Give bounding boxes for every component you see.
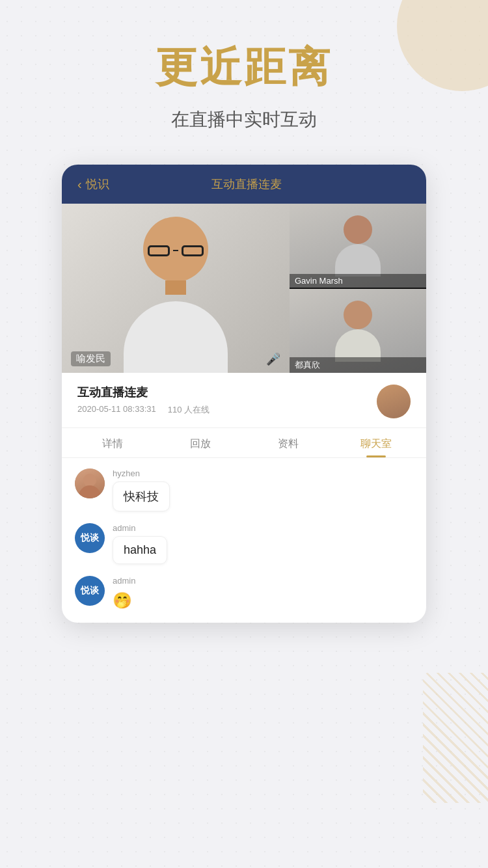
- chat-bubble-2: hahha: [113, 536, 167, 564]
- side-video-column: Gavin Marsh 都真欣: [290, 204, 426, 373]
- side-video-1-label: Gavin Marsh: [290, 274, 426, 288]
- chat-username-1: hyzhen: [113, 468, 170, 478]
- card-info-avatar: [377, 385, 411, 418]
- avatar-face: [377, 385, 411, 418]
- back-label: 悦识: [86, 176, 109, 192]
- main-video: 喻发民 🎤: [62, 204, 290, 373]
- chat-avatar-admin-1: 悦谈: [75, 523, 105, 553]
- back-button[interactable]: ‹ 悦识: [77, 176, 109, 192]
- chat-bubble-1: 快科技: [113, 481, 170, 511]
- side-video-1: Gavin Marsh: [290, 204, 426, 288]
- chat-bubble-3: 🤭: [113, 589, 132, 612]
- video-grid: 喻发民 🎤 Gavin Marsh: [62, 204, 426, 373]
- main-video-bg: [62, 204, 290, 373]
- avatar-person-hyzhen: [75, 468, 105, 498]
- chat-body-3: admin 🤭: [113, 576, 135, 612]
- tab-materials[interactable]: 资料: [244, 428, 332, 457]
- chat-message-3: 悦谈 admin 🤭: [75, 576, 413, 612]
- phone-card: ‹ 悦识 互动直播连麦: [62, 165, 426, 623]
- header-title: 互动直播连麦: [122, 176, 372, 192]
- side-video-2: 都真欣: [290, 289, 426, 373]
- card-info-meta: 2020-05-11 08:33:31 110 人在线: [77, 404, 210, 416]
- main-title: 更近距离: [156, 39, 332, 96]
- sub-title: 在直播中实时互动: [171, 107, 317, 132]
- brand-logo-2: 悦谈: [81, 585, 99, 597]
- decorative-stripes-bottom: [423, 673, 488, 803]
- card-tabs: 详情 回放 资料 聊天室: [62, 428, 426, 458]
- chat-area: hyzhen 快科技 悦谈 admin hahha 悦谈: [62, 458, 426, 623]
- card-info-title: 互动直播连麦: [77, 385, 210, 400]
- chat-body-1: hyzhen 快科技: [113, 468, 170, 511]
- chat-body-2: admin hahha: [113, 523, 167, 564]
- mic-icon: 🎤: [266, 352, 280, 366]
- card-info-online: 110 人在线: [168, 404, 210, 416]
- chat-username-3: admin: [113, 576, 135, 586]
- card-info-date: 2020-05-11 08:33:31: [77, 404, 156, 416]
- chat-avatar-admin-2: 悦谈: [75, 576, 105, 606]
- chat-message-1: hyzhen 快科技: [75, 468, 413, 511]
- glasses: [147, 244, 204, 257]
- chat-message-2: 悦谈 admin hahha: [75, 523, 413, 564]
- card-info: 互动直播连麦 2020-05-11 08:33:31 110 人在线: [62, 373, 426, 428]
- tab-details[interactable]: 详情: [68, 428, 156, 457]
- tab-chat[interactable]: 聊天室: [332, 428, 420, 457]
- tab-replay[interactable]: 回放: [156, 428, 244, 457]
- back-chevron-icon: ‹: [77, 177, 82, 192]
- card-header: ‹ 悦识 互动直播连麦: [62, 165, 426, 204]
- brand-logo-1: 悦谈: [81, 532, 99, 544]
- chat-avatar-hyzhen: [75, 468, 105, 498]
- side-person-2-visual: [335, 301, 381, 362]
- card-info-left: 互动直播连麦 2020-05-11 08:33:31 110 人在线: [77, 385, 210, 416]
- main-person-visual: [62, 204, 290, 373]
- chat-username-2: admin: [113, 523, 167, 533]
- side-person-1-visual: [335, 215, 381, 277]
- side-video-2-label: 都真欣: [290, 357, 426, 373]
- main-video-label: 喻发民: [71, 351, 111, 366]
